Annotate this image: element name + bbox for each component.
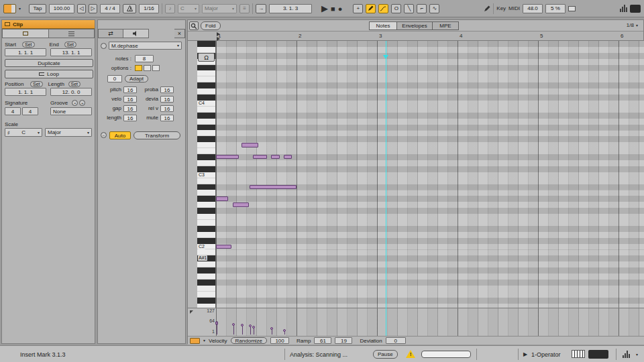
velocity-marker[interactable] [283, 329, 286, 332]
set-length-button[interactable]: Set [68, 81, 81, 87]
piano-key-white[interactable] [197, 107, 215, 113]
device-power-button[interactable] [101, 43, 107, 49]
piano-key-white[interactable] [197, 286, 215, 292]
velocity-marker[interactable] [215, 322, 218, 324]
chevron-down-icon[interactable]: ▾ [636, 353, 638, 357]
ramp-shape-button[interactable]: ╲ [404, 4, 414, 13]
transform-button[interactable]: Transform [133, 131, 180, 139]
randomize-button[interactable]: Randomize [231, 337, 267, 344]
set-start-button[interactable]: Set [22, 42, 35, 48]
clip-panel-title[interactable]: Clip [2, 20, 95, 29]
piano-key-black[interactable] [197, 196, 215, 202]
midi-note[interactable] [271, 155, 280, 159]
tap-tempo-button[interactable]: Tap [29, 4, 46, 13]
nudge-up-button[interactable]: ▷ [89, 4, 97, 13]
midi-map-button[interactable]: MIDI [508, 5, 520, 11]
piano-keyboard[interactable]: C4C3C2A#1 [197, 41, 216, 308]
piano-key-black[interactable] [197, 154, 215, 160]
param-field[interactable]: 16 [123, 86, 137, 93]
piano-key-white[interactable] [197, 232, 215, 238]
nudge-down-button[interactable]: ◁ [77, 4, 86, 13]
follow-button[interactable]: → [256, 4, 266, 13]
piano-key-black[interactable] [197, 184, 215, 190]
time-signature-display[interactable]: 4 / 4 [100, 4, 120, 13]
piano-key-white[interactable] [197, 220, 215, 226]
duplicate-button[interactable]: Duplicate [5, 59, 93, 67]
cpu-meter[interactable]: 5 % [545, 4, 566, 13]
velocity-stem[interactable] [217, 323, 217, 335]
piano-key-black[interactable] [197, 267, 215, 274]
loop-toggle-button[interactable]: O [391, 4, 401, 13]
param-field[interactable]: 16 [123, 96, 137, 103]
stop-button[interactable]: ■ [331, 5, 335, 13]
piano-key-black[interactable] [197, 238, 215, 244]
piano-key-white[interactable] [197, 214, 215, 220]
param-field[interactable]: 16 [123, 105, 137, 112]
piano-key-white[interactable] [197, 274, 215, 280]
velocity-stem[interactable] [242, 325, 243, 335]
piano-key-black[interactable] [197, 125, 215, 131]
key-root-select[interactable]: C▾ [178, 4, 199, 13]
snap-scale-icon[interactable]: ≡ [239, 4, 250, 13]
record-button[interactable]: ● [338, 5, 343, 13]
option-checkbox-3[interactable] [152, 65, 160, 71]
tab-device-swap[interactable]: ⇄ [98, 29, 123, 38]
sine-shape-button[interactable]: ∿ [429, 4, 439, 13]
tab-clip-grooves[interactable] [49, 29, 95, 38]
piano-key-white[interactable] [197, 131, 215, 137]
play-button[interactable]: ▶ [321, 3, 328, 13]
link-push-icon[interactable] [3, 4, 16, 13]
note-grid[interactable] [216, 41, 644, 308]
add-button[interactable]: + [353, 4, 363, 13]
adapt-value-field[interactable]: 0 [107, 75, 122, 82]
midi-note[interactable] [216, 155, 239, 159]
pause-button[interactable]: Pause [373, 350, 398, 359]
piano-key-black[interactable] [197, 226, 215, 232]
tab-envelopes[interactable]: Envelopes [396, 21, 433, 30]
signature-denominator[interactable]: 4 [22, 107, 38, 115]
auto-toggle-button[interactable]: Auto [109, 131, 131, 139]
set-position-button[interactable]: Set [30, 81, 43, 87]
param-field[interactable]: 16 [160, 105, 174, 112]
velocity-marker[interactable] [232, 323, 235, 326]
tab-mpe[interactable]: MPE [432, 21, 459, 30]
tab-notes[interactable]: Notes [369, 21, 397, 30]
clip-scale-name-select[interactable]: Major▾ [45, 128, 92, 137]
piano-key-white[interactable] [197, 71, 215, 77]
playhead[interactable] [386, 41, 386, 336]
piano-key-black[interactable] [197, 95, 215, 101]
scale-name-select[interactable]: Major▾ [202, 4, 237, 13]
ramp-to-field[interactable]: 19 [335, 337, 352, 344]
tab-device-preview[interactable] [123, 29, 149, 38]
option-checkbox-1[interactable] [135, 65, 142, 71]
clip-start-value[interactable]: 1. 1. 1 [5, 48, 46, 56]
midi-tools-button[interactable] [378, 4, 388, 13]
draw-mode-button[interactable] [366, 4, 376, 13]
option-checkbox-2[interactable] [144, 65, 151, 71]
piano-key-black[interactable] [197, 41, 215, 47]
arrangement-position-display[interactable]: 3. 1. 3 [269, 4, 312, 13]
randomize-amount-field[interactable]: 100 [270, 337, 289, 344]
adapt-button[interactable]: Adapt [125, 75, 148, 82]
midi-value-display[interactable]: 48.0 [523, 4, 543, 13]
tempo-display[interactable]: 100.00 [49, 4, 74, 13]
tab-clip-main[interactable] [2, 29, 49, 38]
step-shape-button[interactable]: ⌐ [417, 4, 427, 13]
search-button[interactable] [189, 21, 199, 30]
grid-interval-select[interactable]: 1/8▾ [627, 22, 638, 28]
midi-note[interactable] [284, 155, 292, 159]
piano-key-white[interactable] [197, 190, 215, 196]
midi-note[interactable] [216, 245, 231, 249]
clip-scale-root-select[interactable]: ♯C▾ [5, 128, 42, 137]
signature-numerator[interactable]: 4 [5, 107, 21, 115]
chevron-down-icon[interactable]: ▾ [19, 7, 21, 11]
velocity-marker[interactable] [270, 327, 273, 330]
midi-note[interactable] [216, 196, 228, 200]
piano-key-white[interactable] [197, 178, 215, 184]
key-map-button[interactable]: Key [496, 5, 506, 11]
chevron-down-icon[interactable]: ▾ [203, 339, 205, 343]
set-end-button[interactable]: Set [64, 42, 77, 48]
piano-key-white[interactable] [197, 88, 215, 95]
computer-midi-keyboard-icon[interactable] [572, 350, 585, 358]
auto-mode-icon[interactable]: − [101, 132, 107, 138]
